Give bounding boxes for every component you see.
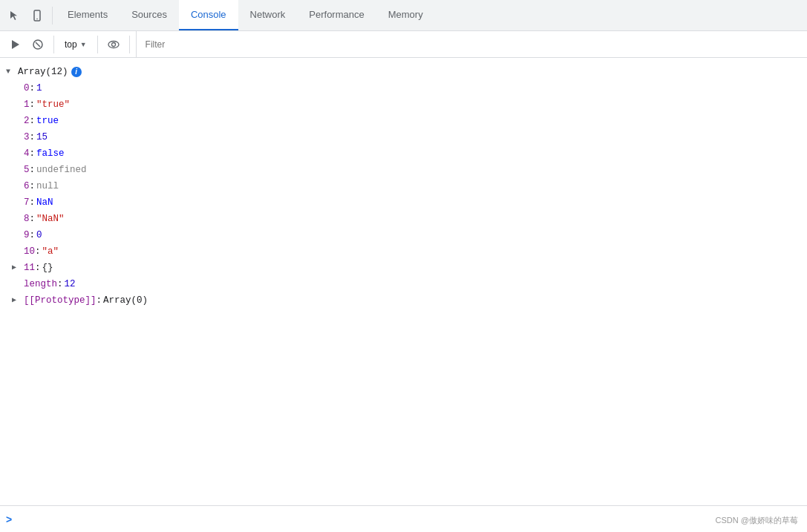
execute-button[interactable] (6, 35, 25, 54)
clear-button[interactable] (28, 35, 48, 54)
tab-network[interactable]: Network (238, 0, 298, 30)
info-badge[interactable]: i (71, 67, 82, 77)
tab-memory[interactable]: Memory (376, 0, 435, 30)
array-item-6: 6 : null (0, 178, 807, 194)
array-item-7: 7 : NaN (0, 194, 807, 211)
tab-sources[interactable]: Sources (120, 0, 179, 30)
array-length: length : 12 (0, 276, 807, 292)
array-item-10: 10 : "a" (0, 243, 807, 260)
console-output: ▼ Array(12) i 0 : 1 1 : "true" 2 : true … (0, 58, 807, 505)
watermark: CSDN @傲娇味的草莓 (716, 515, 798, 526)
svg-point-1 (36, 18, 38, 19)
tab-console[interactable]: Console (179, 0, 238, 30)
array-item-1: 1 : "true" (0, 96, 807, 113)
toolbar-divider-2 (53, 36, 54, 53)
prompt-chevron: > (6, 513, 12, 525)
mobile-icon[interactable] (27, 5, 48, 26)
console-input[interactable] (16, 513, 801, 525)
tab-performance[interactable]: Performance (297, 0, 376, 30)
prototype-arrow[interactable]: ▶ (12, 295, 22, 306)
console-toolbar: top ▼ (0, 31, 807, 58)
main-tabs: Elements Sources Console Network Perform… (56, 0, 435, 30)
filter-container (136, 31, 801, 57)
toolbar-divider-1 (52, 7, 53, 24)
array-item-9: 9 : 0 (0, 227, 807, 243)
array-item-11[interactable]: ▶ 11 : {} (0, 260, 807, 276)
svg-line-4 (36, 42, 40, 47)
prototype-line[interactable]: ▶ [[Prototype]] : Array(0) (0, 292, 807, 309)
array-item-0: 0 : 1 (0, 80, 807, 96)
filter-input[interactable] (143, 36, 801, 53)
tab-bar: Elements Sources Console Network Perform… (0, 0, 807, 31)
array-expand-arrow[interactable]: ▼ (6, 66, 16, 78)
array-item-3: 3 : 15 (0, 129, 807, 145)
item-11-arrow[interactable]: ▶ (12, 262, 22, 274)
svg-point-5 (108, 41, 119, 47)
svg-marker-2 (12, 40, 19, 49)
array-item-4: 4 : false (0, 145, 807, 162)
svg-point-6 (111, 42, 115, 46)
cursor-icon[interactable] (4, 5, 25, 26)
eye-button[interactable] (104, 35, 123, 54)
array-item-2: 2 : true (0, 113, 807, 129)
context-dropdown[interactable]: top ▼ (60, 36, 91, 53)
array-header-line[interactable]: ▼ Array(12) i (0, 64, 807, 80)
console-prompt[interactable]: > (0, 505, 807, 532)
tab-elements[interactable]: Elements (56, 0, 120, 30)
array-item-8: 8 : "NaN" (0, 211, 807, 227)
array-item-5: 5 : undefined (0, 162, 807, 178)
toolbar-divider-4 (129, 36, 130, 53)
array-header-label: Array(12) (18, 65, 68, 79)
toolbar-divider-3 (97, 36, 98, 53)
